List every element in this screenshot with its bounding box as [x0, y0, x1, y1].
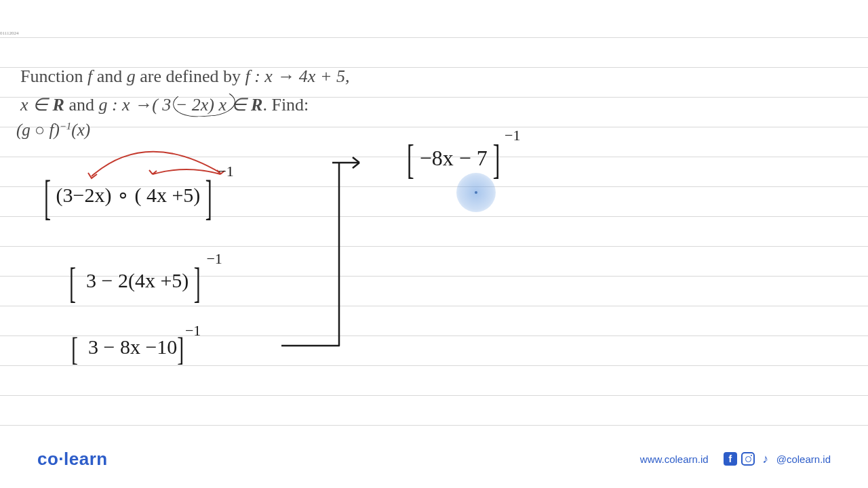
footer-url[interactable]: www.colearn.id	[640, 453, 709, 465]
tiktok-icon[interactable]: ♪	[759, 452, 772, 466]
cursor-highlight	[456, 173, 496, 212]
step-2: [ 3 − 2(4x +5) ] −1	[69, 269, 201, 294]
instagram-icon[interactable]	[741, 452, 755, 466]
social-handle[interactable]: @colearn.id	[776, 453, 831, 465]
step-1: [ (3−2x) ∘ ( 4x +5) ] −1	[44, 183, 212, 209]
gof-expression: (g ○ f)−1(x)	[16, 121, 90, 140]
colearn-logo: co·learn	[37, 449, 108, 470]
social-icons: f ♪ @colearn.id	[724, 452, 831, 466]
footer: co·learn www.colearn.id f ♪ @colearn.id	[0, 442, 868, 476]
facebook-icon[interactable]: f	[724, 452, 737, 466]
step-4: [ −8x − 7 ] −1	[407, 146, 500, 173]
connector-arrow	[281, 156, 403, 359]
footer-right: www.colearn.id f ♪ @colearn.id	[640, 452, 831, 466]
page-mark: 01112024	[0, 30, 18, 36]
question-line1: Function f and g are defined by f : x → …	[20, 64, 349, 89]
step-3: [ 3 − 8x −10] −1	[71, 336, 184, 361]
